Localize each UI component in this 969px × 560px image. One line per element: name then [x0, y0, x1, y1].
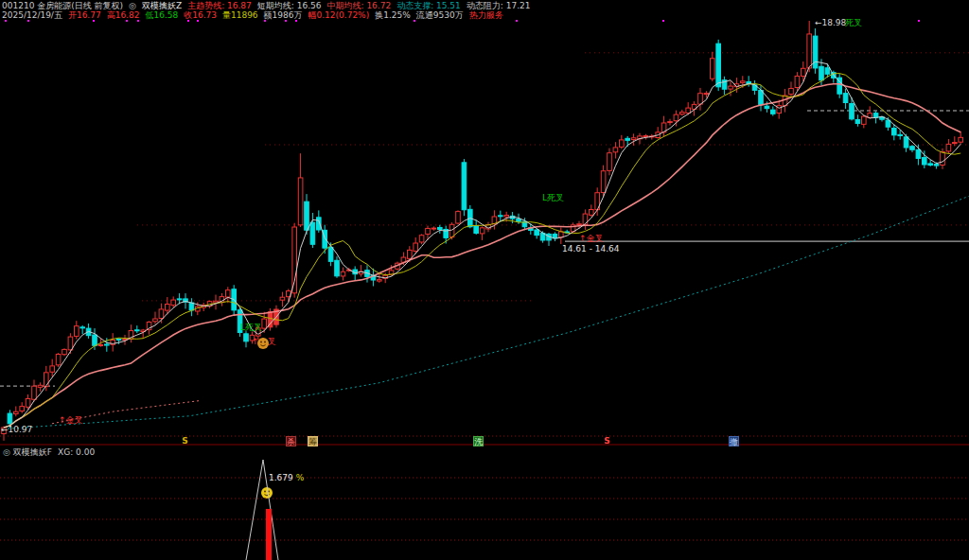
- candle-down: [499, 216, 503, 217]
- candle-up: [20, 407, 25, 411]
- candle-up: [26, 398, 30, 407]
- candle-up: [419, 236, 424, 242]
- candle-down: [916, 149, 921, 158]
- candle-down: [855, 119, 860, 123]
- candle-up: [686, 108, 691, 113]
- low-text: 低16.58: [145, 10, 178, 20]
- candle-up: [741, 81, 746, 83]
- candle-up: [795, 76, 800, 87]
- smiley-eye: [264, 491, 266, 493]
- symbol-title-text: 001210 金房能源(日线 前复权): [2, 1, 123, 10]
- sub-indicator-xg-value: XG: 0.00: [58, 447, 95, 457]
- candle-up: [280, 297, 285, 300]
- candle-up: [341, 271, 345, 276]
- smiley-eye: [264, 341, 266, 343]
- golden-cross-label: ↑金叉: [579, 234, 604, 243]
- candle-up: [166, 305, 170, 311]
- candle-down: [8, 413, 12, 424]
- candle-up: [711, 59, 715, 79]
- candle-up: [643, 136, 648, 137]
- death-cross-label: L死叉: [240, 323, 262, 332]
- candle-down: [625, 138, 630, 140]
- mid-ma-value-text: 中期均线: 16.72: [326, 1, 391, 10]
- signal-dot: [264, 20, 266, 22]
- candle-down: [93, 335, 97, 345]
- candle-down: [105, 344, 110, 345]
- candle-up: [729, 86, 733, 89]
- double-bottom-label: 14.61 - 14.64: [562, 244, 620, 254]
- signal-dot: [516, 20, 518, 22]
- candle-down: [843, 94, 848, 103]
- candle-up: [953, 143, 958, 144]
- candle-up: [292, 227, 297, 293]
- candle-up: [56, 354, 61, 364]
- candle-up: [456, 212, 461, 223]
- candle-up: [668, 122, 673, 123]
- candle-down: [328, 247, 333, 261]
- signal-badge: 杀: [286, 436, 296, 446]
- candle-down: [910, 147, 915, 150]
- candle-up: [704, 94, 709, 95]
- golden-cross-label: ↑金叉: [59, 415, 83, 425]
- candle-down: [934, 165, 939, 166]
- main-chart-canvas[interactable]: ←18.98死叉L死叉↑金叉L死叉↑金叉14.61 - 14.64↑金叉←10.…: [0, 0, 969, 560]
- candle-up: [262, 319, 267, 328]
- candle-up: [98, 344, 103, 345]
- dynamic-resistance-value-text: 动态阻力: 17.21: [467, 1, 531, 10]
- candle-down: [310, 222, 315, 244]
- death-cross-label: L死叉: [542, 193, 564, 202]
- sub-spike-value-label: 1.679 %: [269, 473, 305, 482]
- candle-up: [449, 224, 454, 236]
- candle-down: [244, 334, 249, 341]
- candle-up: [62, 349, 67, 354]
- candle-up: [432, 228, 436, 229]
- open-text: 开16.77: [68, 10, 101, 20]
- candle-down: [765, 106, 769, 109]
- candle-down: [850, 103, 854, 118]
- quote-header-line1: 001210 金房能源(日线 前复权)◎双模擒妖Z主趋势线: 16.87短期均线…: [2, 1, 537, 10]
- candle-down: [898, 134, 903, 135]
- candle-up: [577, 224, 582, 225]
- candle-down: [825, 68, 830, 74]
- candle-up: [426, 228, 431, 234]
- candle-up: [68, 337, 73, 350]
- signal-badge: S: [180, 436, 190, 446]
- candle-up: [480, 228, 484, 234]
- candle-up: [698, 94, 703, 104]
- heat-service-text: 热力服务: [469, 10, 503, 20]
- candle-up: [14, 411, 19, 413]
- candle-up: [159, 309, 164, 319]
- candle-down: [716, 44, 721, 87]
- sub-signal-bar: [266, 509, 272, 560]
- signal-dot: [27, 20, 29, 22]
- candle-up: [941, 152, 945, 166]
- candle-up: [674, 114, 678, 121]
- candle-down: [819, 66, 824, 79]
- candle-up: [214, 301, 219, 303]
- signal-dot: [126, 20, 128, 22]
- short-ma-value-text: 短期均线: 16.56: [257, 1, 322, 10]
- candle-up: [414, 243, 418, 251]
- signal-dot: [137, 20, 139, 22]
- change-text: 幅0.12(0.72%): [308, 10, 370, 20]
- candle-down: [904, 137, 908, 148]
- candle-up: [32, 386, 37, 399]
- candle-down: [759, 90, 764, 104]
- candle-down: [462, 163, 467, 210]
- candle-up: [504, 215, 509, 217]
- candle-down: [177, 299, 182, 300]
- candle-up: [590, 210, 594, 216]
- candle-down: [873, 114, 878, 118]
- candle-up: [408, 250, 413, 258]
- candle-up: [608, 153, 612, 171]
- candle-up: [559, 232, 564, 237]
- candle-down: [923, 158, 927, 165]
- signal-dot: [5, 20, 7, 22]
- candle-up: [50, 366, 55, 372]
- candle-up: [44, 373, 49, 387]
- close-text: 收16.73: [184, 10, 217, 20]
- candle-down: [116, 339, 121, 340]
- signal-dot: [295, 20, 297, 22]
- candle-down: [517, 219, 521, 221]
- signal-dot: [918, 20, 920, 22]
